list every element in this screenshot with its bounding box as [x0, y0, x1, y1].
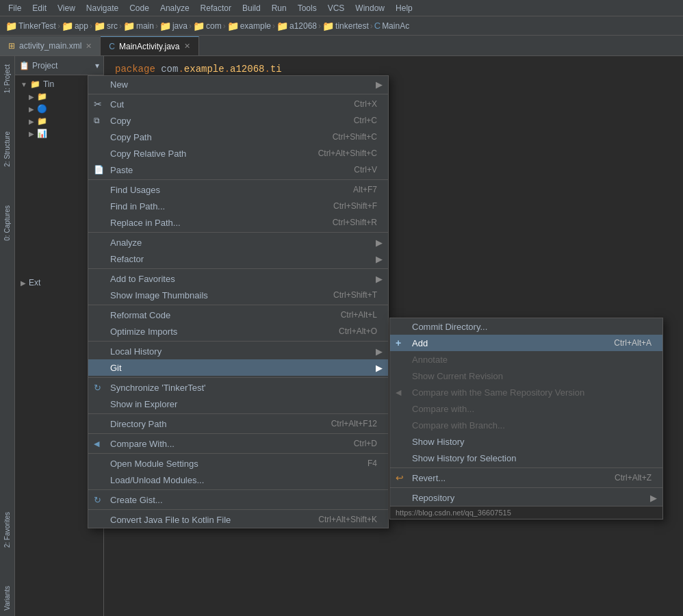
menu-item-create-gist[interactable]: ↻ Create Gist... [88, 491, 388, 508]
compare-repo-icon: ◀ [396, 388, 401, 397]
menu-label-paste: Paste [110, 165, 337, 175]
menu-item-copy-relative-path[interactable]: Copy Relative Path Ctrl+Alt+Shift+C [88, 145, 388, 162]
menu-label-new: New [110, 79, 377, 90]
breadcrumb-tinkertest2[interactable]: tinkertest [335, 21, 369, 31]
menu-code[interactable]: Code [124, 2, 155, 14]
revert-icon: ↩ [396, 472, 404, 483]
menu-item-copy[interactable]: ⧉ Copy Ctrl+C [88, 112, 388, 129]
breadcrumb-com[interactable]: com [206, 21, 222, 31]
git-menu-commit[interactable]: Commit Directory... [390, 318, 662, 335]
menu-item-show-thumbnails[interactable]: Show Image Thumbnails Ctrl+Shift+T [88, 287, 388, 303]
breadcrumb-mainac[interactable]: MainAc [382, 21, 409, 31]
menu-item-add-favorites[interactable]: Add to Favorites ▶ [88, 270, 388, 287]
menu-run[interactable]: Run [266, 2, 292, 14]
git-menu-show-history-selection[interactable]: Show History for Selection [390, 450, 662, 466]
menu-item-reformat[interactable]: Reformat Code Ctrl+Alt+L [88, 307, 388, 323]
menu-arrow-local-history: ▶ [376, 346, 383, 357]
sidebar-tab-captures[interactable]: 0: Captures [2, 200, 12, 246]
menu-item-load-unload[interactable]: Load/Unload Modules... [88, 472, 388, 488]
menu-view[interactable]: View [52, 2, 81, 14]
breadcrumb-a12068[interactable]: a12068 [289, 21, 317, 31]
breadcrumb-java[interactable]: java [172, 21, 188, 31]
menu-help[interactable]: Help [390, 2, 418, 14]
menu-label-copy: Copy [110, 116, 337, 126]
menu-item-refactor[interactable]: Refactor ▶ [88, 251, 388, 267]
menu-item-synchronize[interactable]: ↻ Synchronize 'TinkerTest' [88, 379, 388, 396]
menu-label-open-module: Open Module Settings [110, 459, 351, 469]
panel-icon: 📋 [19, 61, 29, 70]
folder-icon-app: 📁 [62, 21, 73, 31]
menu-item-open-module[interactable]: Open Module Settings F4 [88, 455, 388, 472]
tab-activity-main[interactable]: ⊞ activity_main.xml ✕ [0, 36, 101, 55]
project-icon: 📁 [5, 21, 17, 31]
cut-icon: ✂ [94, 99, 102, 110]
menu-item-optimize-imports[interactable]: Optimize Imports Ctrl+Alt+O [88, 323, 388, 339]
sidebar-tab-project[interactable]: 1: Project [2, 59, 12, 99]
tab-close-activity-main[interactable]: ✕ [86, 42, 92, 51]
tab-icon-xml: ⊞ [8, 41, 15, 51]
menu-label-find-in-path: Find in Path... [110, 201, 317, 211]
menu-edit[interactable]: Edit [27, 2, 52, 14]
menu-item-local-history[interactable]: Local History ▶ [88, 343, 388, 359]
menu-item-compare-with[interactable]: ◀ Compare With... Ctrl+D [88, 435, 388, 452]
git-label-show-history: Show History [412, 437, 652, 447]
left-sidebar: 1: Project 2: Structure 0: Captures 2: F… [0, 56, 15, 616]
menu-item-git[interactable]: Git ▶ [88, 359, 388, 376]
menu-item-paste[interactable]: 📄 Paste Ctrl+V [88, 162, 388, 178]
git-menu-repository[interactable]: Repository ▶ [390, 489, 662, 506]
menu-item-replace-in-path[interactable]: Replace in Path... Ctrl+Shift+R [88, 214, 388, 231]
tree-icon-1: 📁 [37, 92, 47, 101]
menu-window[interactable]: Window [350, 2, 390, 14]
git-menu-revert[interactable]: ↩ Revert... Ctrl+Alt+Z [390, 470, 662, 486]
menu-label-create-gist: Create Gist... [110, 495, 377, 505]
menu-arrow-refactor: ▶ [376, 254, 383, 264]
git-menu-show-history[interactable]: Show History [390, 433, 662, 450]
menu-item-show-explorer[interactable]: Show in Explorer [88, 396, 388, 412]
separator-4 [88, 268, 388, 269]
git-menu-compare: Compare with... [390, 400, 662, 417]
menu-navigate[interactable]: Navigate [81, 2, 124, 14]
breadcrumb-tinkertest[interactable]: TinkerTest [18, 21, 56, 31]
menu-item-copy-path[interactable]: Copy Path Ctrl+Shift+C [88, 129, 388, 145]
shortcut-open-module: F4 [368, 459, 377, 468]
sidebar-tab-structure[interactable]: 2: Structure [2, 126, 12, 172]
menu-refactor[interactable]: Refactor [195, 2, 237, 14]
shortcut-cut: Ctrl+X [354, 99, 377, 109]
menu-item-cut[interactable]: ✂ Cut Ctrl+X [88, 96, 388, 112]
separator-3 [88, 232, 388, 233]
sidebar-tab-variants[interactable]: Variants [2, 580, 12, 616]
git-url-bar: https://blog.csdn.net/qq_36607515 [390, 506, 662, 519]
code-line-1: package com.example.a12068.ti [115, 62, 683, 77]
menu-item-new[interactable]: New ▶ [88, 76, 388, 92]
menu-vcs[interactable]: VCS [322, 2, 350, 14]
menu-label-cut: Cut [110, 99, 337, 110]
shortcut-copy-relative-path: Ctrl+Alt+Shift+C [318, 149, 377, 158]
panel-dropdown[interactable]: ▾ [95, 61, 99, 70]
git-menu-add[interactable]: + Add Ctrl+Alt+A [390, 335, 662, 351]
menu-label-copy-path: Copy Path [110, 132, 316, 142]
menu-item-convert-kotlin[interactable]: Convert Java File to Kotlin File Ctrl+Al… [88, 511, 388, 528]
shortcut-find-in-path: Ctrl+Shift+F [333, 201, 377, 211]
tabs-bar: ⊞ activity_main.xml ✕ C MainActivity.jav… [0, 36, 683, 56]
menu-file[interactable]: File [3, 2, 27, 14]
menu-item-analyze[interactable]: Analyze ▶ [88, 234, 388, 251]
tab-close-mainactivity[interactable]: ✕ [184, 42, 190, 51]
tab-mainactivity[interactable]: C MainActivity.java ✕ [101, 36, 198, 55]
menu-tools[interactable]: Tools [292, 2, 322, 14]
separator-11 [88, 489, 388, 490]
breadcrumb-example[interactable]: example [240, 21, 271, 31]
breadcrumb-main[interactable]: main [136, 21, 154, 31]
menu-label-show-explorer: Show in Explorer [110, 399, 377, 409]
menu-build[interactable]: Build [237, 2, 266, 14]
git-menu-show-revision: Show Current Revision [390, 368, 662, 384]
menu-analyze[interactable]: Analyze [155, 2, 195, 14]
menu-item-directory-path[interactable]: Directory Path Ctrl+Alt+F12 [88, 415, 388, 432]
shortcut-optimize-imports: Ctrl+Alt+O [339, 326, 377, 336]
folder-icon-java: 📁 [159, 21, 171, 31]
sidebar-tab-favorites[interactable]: 2: Favorites [2, 506, 12, 553]
shortcut-directory-path: Ctrl+Alt+F12 [331, 419, 377, 428]
breadcrumb-app[interactable]: app [75, 21, 88, 31]
menu-item-find-usages[interactable]: Find Usages Alt+F7 [88, 181, 388, 198]
menu-item-find-in-path[interactable]: Find in Path... Ctrl+Shift+F [88, 198, 388, 214]
breadcrumb-src[interactable]: src [107, 21, 118, 31]
